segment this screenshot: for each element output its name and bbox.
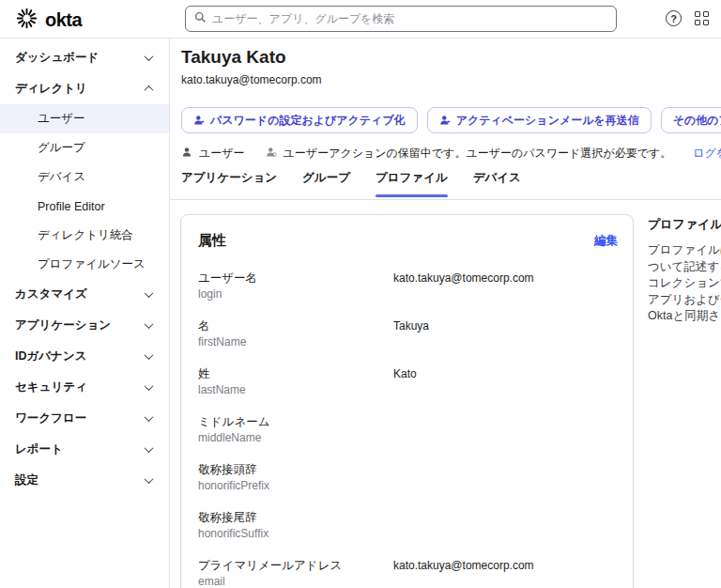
sidebar-item-workflow[interactable]: ワークフロー [0,403,169,434]
sidebar-item-groups[interactable]: グループ [0,133,169,162]
attr-key: honorificPrefix [198,478,618,493]
pending-user-icon [266,147,277,161]
tab-devices[interactable]: デバイス [473,170,521,197]
button-label: アクティベーションメールを再送信 [456,113,639,129]
attr-label: 敬称接尾辞 [198,510,618,526]
sidebar-item-label: ディレクトリ [15,81,87,97]
user-status-row: ユーザー ユーザーアクションの保留中です。ユーザーのパスワード選択が必要です。 … [181,146,721,162]
sidebar-item-label: セキュリティ [15,379,87,395]
attr-row-honorific-suffix: 敬称接尾辞 honorificSuffix [198,510,618,541]
tab-profile[interactable]: プロファイル [376,170,448,197]
attr-key: email [198,574,618,588]
tab-bar: アプリケーション グループ プロファイル デバイス [181,170,521,197]
attr-value: kato.takuya@tomecorp.com [393,559,534,572]
tab-applications[interactable]: アプリケーション [181,170,277,197]
sidebar-item-label: レポート [15,441,63,457]
profile-help-text: プロファイルは [648,242,721,259]
sidebar-item-users[interactable]: ユーザー [0,104,169,133]
resend-activation-email-button[interactable]: アクティベーションメールを再送信 [427,107,652,133]
more-actions-button[interactable]: その他のアクション [661,107,721,133]
chevron-down-icon [145,319,154,329]
sidebar-item-dashboard[interactable]: ダッシュボード [0,42,169,73]
profile-help-text: ついて記述する [648,259,721,276]
user-key-icon [193,115,205,126]
okta-sunburst-icon [15,7,38,34]
chevron-down-icon [145,443,154,453]
profile-help-text: コレクションで [648,275,721,292]
chevron-down-icon [145,288,154,298]
tab-groups[interactable]: グループ [302,170,350,197]
main-content: Takuya Kato kato.takuya@tomecorp.com パスワ… [170,39,721,588]
attr-value: kato.takuya@tomecorp.com [393,271,534,285]
button-label: パスワードの設定およびアクティブ化 [210,113,406,129]
sidebar-item-label: カスタマイズ [15,286,87,302]
edit-link[interactable]: 編集 [594,233,618,249]
attr-label: 敬称接頭辞 [198,462,618,478]
sidebar-nav: ダッシュボード ディレクトリ ユーザー グループ デバイス Profile Ed… [0,39,170,588]
sidebar-item-label: Profile Editor [38,200,105,213]
action-button-row: パスワードの設定およびアクティブ化 アクティベーションメールを再送信 その他のア… [181,107,721,133]
okta-wordmark: okta [45,9,82,31]
chevron-down-icon [145,381,154,391]
sidebar-item-customizations[interactable]: カスタマイズ [0,279,169,310]
attr-value: Takuya [393,319,429,333]
view-logs-link[interactable]: ログを表示 [693,146,721,162]
set-password-activate-button[interactable]: パスワードの設定およびアクティブ化 [181,107,418,133]
global-search[interactable] [185,6,617,32]
sidebar-item-profile-sources[interactable]: プロファイルソース [0,250,169,279]
sidebar-item-settings[interactable]: 設定 [0,465,169,496]
attr-row-login: ユーザー名 login kato.takuya@tomecorp.com [198,271,618,302]
button-label: その他のアクション [673,113,721,129]
attr-key: honorificSuffix [198,526,618,541]
top-header-bar: okta ? [0,0,721,39]
sidebar-item-profile-editor[interactable]: Profile Editor [0,192,169,221]
attr-row-firstname: 名 firstName Takuya [198,318,618,349]
chevron-down-icon [145,52,154,61]
profile-help-title: プロファイル [648,216,721,233]
sidebar-item-label: アプリケーション [15,317,111,333]
apps-grid-icon[interactable] [695,11,710,26]
sidebar-item-directory[interactable]: ディレクトリ [0,73,169,104]
okta-logo: okta [15,7,82,34]
chevron-down-icon [145,474,154,484]
sidebar-item-security[interactable]: セキュリティ [0,372,169,403]
profile-help-text: アプリおよびデ [648,292,721,309]
attributes-card: 属性 編集 ユーザー名 login kato.takuya@tomecorp.c… [180,214,634,588]
sidebar-item-devices[interactable]: デバイス [0,162,169,192]
sidebar-item-identity-governance[interactable]: IDガバナンス [0,341,169,372]
tab-divider [170,199,721,200]
sidebar-item-label: ワークフロー [15,410,86,426]
sidebar-item-directory-integrations[interactable]: ディレクトリ統合 [0,221,169,250]
user-type-icon [181,147,192,161]
user-mail-icon [439,115,451,126]
profile-help-text: Oktaと同期さ [648,308,721,325]
sidebar-item-label: 設定 [15,472,38,488]
sidebar-item-label: グループ [38,140,85,156]
user-email: kato.takuya@tomecorp.com [181,73,322,86]
search-icon [194,10,207,27]
user-type-label: ユーザー [199,146,245,162]
sidebar-item-reports[interactable]: レポート [0,434,169,465]
attr-key: login [198,286,618,302]
sidebar-item-label: ユーザー [38,111,85,127]
sidebar-item-label: ディレクトリ統合 [38,227,133,243]
search-input[interactable] [212,12,607,25]
help-icon[interactable]: ? [666,10,682,26]
attr-row-lastname: 姓 lastName Kato [198,366,618,397]
attr-value: Kato [393,367,417,380]
sidebar-item-label: デバイス [38,169,85,185]
sidebar-item-label: プロファイルソース [38,256,146,272]
attr-row-email: プライマリメールアドレス email kato.takuya@tomecorp.… [198,558,618,588]
attr-key: lastName [198,382,618,397]
attributes-title: 属性 [198,232,226,250]
attr-row-middlename: ミドルネーム middleName [198,414,618,445]
attr-row-honorific-prefix: 敬称接頭辞 honorificPrefix [198,462,618,493]
status-message: ユーザーアクションの保留中です。ユーザーのパスワード選択が必要です。 [284,146,672,162]
profile-help-panel: プロファイル プロファイルは ついて記述する コレクションで アプリおよびデ O… [648,216,721,325]
attr-key: firstName [198,334,618,349]
sidebar-item-applications[interactable]: アプリケーション [0,310,169,341]
chevron-down-icon [145,412,154,422]
attr-key: middleName [198,430,618,445]
sidebar-item-label: ダッシュボード [15,50,99,66]
attr-label: ミドルネーム [198,414,618,430]
